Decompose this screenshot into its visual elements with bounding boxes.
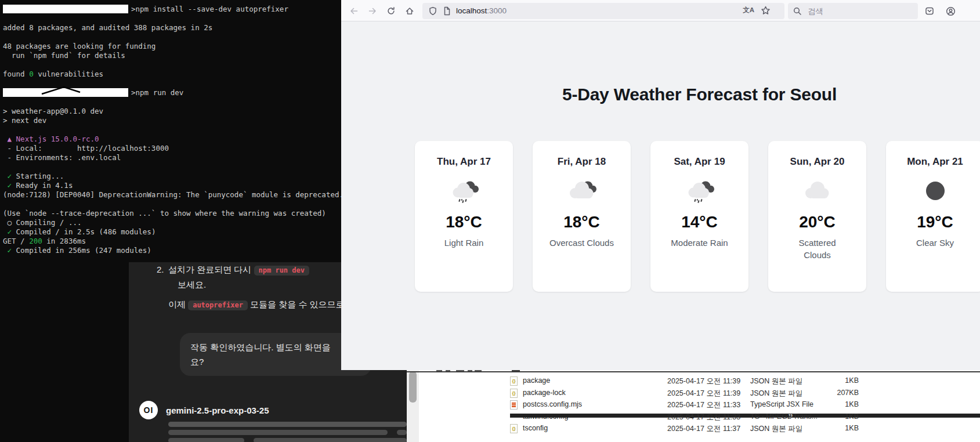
forecast-card: Thu, Apr 1718°CLight Rain (415, 141, 513, 292)
terminal-line (3, 125, 341, 135)
card-condition: Moderate Rain (667, 237, 733, 249)
card-temperature: 19°C (886, 213, 980, 231)
terminal-line: ○ Compiling / ... (3, 218, 341, 227)
browser-bottom-edge (407, 371, 980, 372)
terminal-line: ✓ Ready in 4.1s (3, 181, 341, 190)
paragraph-post: 모듈을 찾을 수 있으므로 (250, 299, 345, 309)
forecast-card: Fri, Apr 1818°COvercast Clouds (533, 141, 631, 292)
card-temperature: 20°C (768, 213, 866, 231)
rain-weather-icon (650, 175, 748, 207)
card-date: Sun, Apr 20 (768, 156, 866, 168)
file-size: 1KB (811, 424, 859, 432)
terminal-line: >npm install --save-dev autoprefixer (3, 5, 341, 14)
inline-code-autoprefixer: autoprefixer (188, 300, 248, 310)
file-date-modified: 2025-04-17 오전 11:33 (667, 412, 740, 422)
card-temperature: 18°C (533, 213, 631, 231)
page-title: 5-Day Weather Forecast for Seoul (415, 85, 980, 104)
file-list: {}package2025-04-17 오전 11:39JSON 원본 파일1K… (419, 375, 980, 435)
reload-button[interactable] (384, 4, 398, 18)
file-row[interactable]: postcss.config.mjs2025-04-17 오전 11:33Typ… (419, 399, 980, 411)
card-condition: Scattered Clouds (784, 237, 851, 261)
card-temperature: 18°C (415, 213, 513, 231)
file-name: tsconfig (523, 424, 548, 432)
card-date: Fri, Apr 18 (533, 156, 631, 168)
list-item-text: 설치가 완료되면 다시 (168, 265, 251, 274)
file-row[interactable]: {}package2025-04-17 오전 11:39JSON 원본 파일1K… (419, 375, 980, 387)
file-date-modified: 2025-04-17 오전 11:33 (667, 400, 740, 410)
terminal-line: ✓ Compiled / in 2.5s (486 modules) (3, 227, 341, 237)
search-icon (790, 4, 804, 18)
inline-code-npm-run-dev: npm run dev (254, 266, 309, 276)
user-message-line2: 요? (190, 354, 361, 369)
file-explorer-window: {}package2025-04-17 오전 11:39JSON 원본 파일1K… (419, 369, 980, 442)
browser-window: localhost:3000 文A 검색 5-Day Weather Forec… (341, 0, 980, 370)
page-info-icon[interactable] (440, 4, 454, 18)
terminal-line (3, 14, 341, 23)
rain-weather-icon (415, 175, 513, 207)
shield-icon[interactable] (426, 4, 440, 18)
terminal-line (3, 162, 341, 172)
clouds-weather-icon (768, 175, 866, 207)
terminal-line: ✓ Compiled in 256ms (247 modules) (3, 246, 341, 255)
account-icon[interactable] (943, 4, 957, 18)
json-file-icon: {} (510, 389, 518, 398)
file-row[interactable]: {}package-lock2025-04-17 오전 11:39JSON 원본… (419, 387, 980, 400)
card-date: Mon, Apr 21 (886, 156, 980, 168)
terminal-line (3, 200, 341, 209)
card-condition: Overcast Clouds (549, 237, 615, 249)
file-size: 1KB (811, 376, 859, 385)
back-button[interactable] (347, 4, 361, 18)
skeleton-bar (168, 430, 388, 435)
terminal-line: (Use `node --trace-deprecation ...` to s… (3, 209, 341, 218)
forecast-cards-row: Thu, Apr 1718°CLight RainFri, Apr 1818°C… (415, 141, 980, 292)
file-row[interactable]: ▶TStailwind.config2025-04-17 오전 11:33TS … (419, 411, 980, 423)
file-date-modified: 2025-04-17 오전 11:37 (667, 424, 740, 434)
terminal-line: ✓ Starting... (3, 172, 341, 181)
user-message-line1: 작동 확인하였습니다. 별도의 화면을 (190, 340, 361, 354)
list-item-line2: 보세요. (178, 280, 206, 291)
pocket-icon[interactable] (923, 4, 936, 18)
file-name: package (523, 376, 550, 385)
card-condition: Clear Sky (902, 237, 968, 249)
card-date: Thu, Apr 17 (415, 156, 513, 168)
redacted-path-box (3, 5, 128, 13)
translate-icon[interactable]: 文A (743, 6, 754, 15)
terminal-output: >npm install --save-dev autoprefixeradde… (3, 5, 341, 255)
terminal-line: > weather-app@0.1.0 dev (3, 107, 341, 116)
file-size: 207KB (811, 389, 859, 397)
file-date-modified: 2025-04-17 오전 11:39 (667, 389, 740, 398)
terminal-line: GET / 200 in 2836ms (3, 237, 341, 246)
url-host: localhost (456, 6, 487, 15)
chat-scrollbar-thumb[interactable] (409, 371, 417, 403)
terminal-line: > next dev (3, 116, 341, 125)
skeleton-bar (168, 422, 407, 427)
clear-weather-icon (886, 175, 980, 207)
search-box[interactable]: 검색 (788, 3, 918, 19)
forward-button[interactable] (366, 4, 379, 18)
file-name: package-lock (523, 389, 566, 397)
terminal-line: - Local: http://localhost:3000 (3, 144, 341, 153)
forecast-card: Sat, Apr 1914°CModerate Rain (650, 141, 748, 292)
url-text[interactable]: localhost:3000 (456, 6, 507, 15)
home-button[interactable] (403, 4, 417, 18)
assistant-avatar: OI (139, 401, 158, 419)
bookmark-star-icon[interactable] (761, 6, 771, 18)
terminal-line: found 0 vulnerabilities (3, 70, 341, 79)
overcast-weather-icon (533, 175, 631, 207)
file-size: 1KB (811, 400, 859, 408)
terminal-line: run `npm fund` for details (3, 51, 341, 60)
json-file-icon: {} (510, 424, 518, 433)
url-bar[interactable]: localhost:3000 文A (422, 3, 784, 19)
terminal-line: ▲ Next.js 15.0.0-rc.0 (3, 135, 341, 144)
terminal-line: added 8 packages, and audited 388 packag… (3, 23, 341, 32)
skeleton-bar (254, 438, 407, 442)
file-name: postcss.config.mjs (523, 400, 582, 408)
list-item-number: 2. (157, 265, 164, 274)
json-file-icon: {} (510, 376, 518, 386)
file-name: tailwind.config (523, 412, 569, 421)
file-row[interactable]: {}tsconfig2025-04-17 오전 11:37JSON 원본 파일1… (419, 423, 980, 435)
card-date: Sat, Apr 19 (650, 156, 748, 168)
file-date-modified: 2025-04-17 오전 11:39 (667, 376, 740, 386)
terminal-line: (node:7128) [DEP0040] DeprecationWarning… (3, 190, 341, 200)
url-port: :3000 (487, 6, 507, 15)
